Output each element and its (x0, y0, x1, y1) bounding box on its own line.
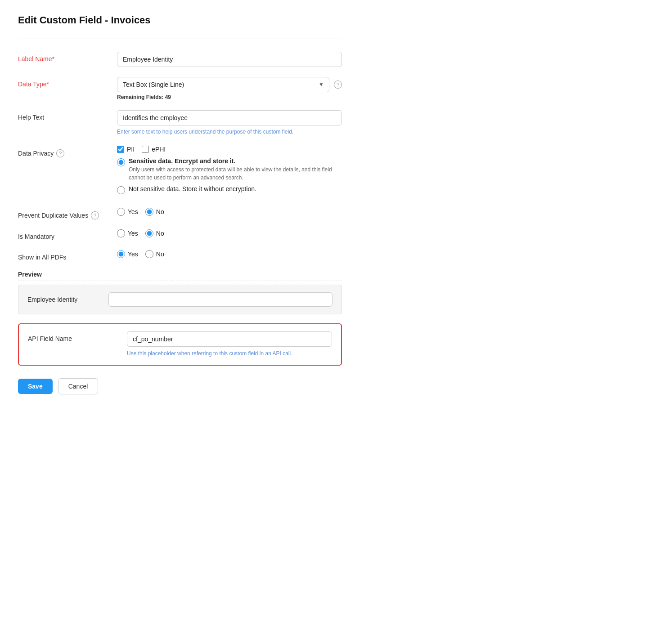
data-privacy-row: Data Privacy ? PII ePHI Sensitive data. … (18, 146, 342, 198)
api-field-row: API Field Name Use this placeholder when… (28, 331, 332, 358)
preview-section: Preview Employee Identity (18, 271, 342, 314)
sensitive-radio-content: Sensitive data. Encrypt and store it. On… (129, 157, 342, 182)
data-type-select-wrapper: Text Box (Single Line) Text Box (Multi L… (117, 77, 342, 92)
pdfs-yes-text: Yes (128, 250, 138, 258)
pii-label: PII (127, 146, 135, 153)
prevent-duplicate-control: Yes No (117, 208, 342, 216)
help-text-input[interactable] (117, 110, 342, 125)
sensitive-radio-option: Sensitive data. Encrypt and store it. On… (117, 157, 342, 182)
ephi-checkbox[interactable] (142, 146, 149, 153)
prevent-duplicate-radios: Yes No (117, 208, 342, 216)
is-mandatory-row: Is Mandatory Yes No (18, 229, 342, 240)
prevent-dup-yes-radio[interactable] (117, 208, 125, 216)
sensitive-radio-label: Sensitive data. Encrypt and store it. (129, 157, 342, 165)
data-privacy-label: Data Privacy ? (18, 146, 117, 157)
show-pdfs-control: Yes No (117, 250, 342, 258)
preview-input[interactable] (108, 292, 332, 307)
pdfs-no-label[interactable]: No (145, 250, 164, 258)
data-type-help-icon[interactable]: ? (334, 80, 342, 89)
api-field-input[interactable] (127, 331, 332, 347)
remaining-fields: Remaining Fields: 49 (117, 94, 342, 100)
api-field-control: Use this placeholder when referring to t… (127, 331, 332, 358)
preview-title: Preview (18, 271, 342, 281)
not-sensitive-radio-label: Not sensitive data. Store it without enc… (129, 185, 256, 192)
preview-field-label: Employee Identity (27, 296, 99, 303)
not-sensitive-radio[interactable] (117, 186, 125, 194)
data-type-control: Text Box (Single Line) Text Box (Multi L… (117, 77, 342, 100)
data-privacy-control: PII ePHI Sensitive data. Encrypt and sto… (117, 146, 342, 198)
sensitive-radio[interactable] (117, 158, 125, 166)
data-privacy-checkboxes: PII ePHI (117, 146, 342, 153)
pdfs-yes-label[interactable]: Yes (117, 250, 138, 258)
label-name-control (117, 52, 342, 67)
pii-checkbox-label[interactable]: PII (117, 146, 135, 153)
prevent-dup-no-label[interactable]: No (145, 208, 164, 216)
mandatory-no-radio[interactable] (145, 229, 153, 237)
pdfs-yes-radio[interactable] (117, 250, 125, 258)
mandatory-yes-radio[interactable] (117, 229, 125, 237)
button-row: Save Cancel (18, 378, 342, 394)
data-type-select[interactable]: Text Box (Single Line) Text Box (Multi L… (117, 77, 329, 92)
show-pdfs-radios: Yes No (117, 250, 342, 258)
prevent-dup-no-text: No (156, 208, 164, 215)
cancel-button[interactable]: Cancel (58, 378, 99, 394)
help-text-row: Help Text Enter some text to help users … (18, 110, 342, 136)
prevent-dup-yes-label[interactable]: Yes (117, 208, 138, 216)
show-pdfs-row: Show in All PDFs Yes No (18, 250, 342, 261)
ephi-label: ePHI (152, 146, 166, 153)
prevent-duplicate-label: Prevent Duplicate Values ? (18, 208, 117, 219)
page-title: Edit Custom Field - Invoices (18, 14, 342, 26)
api-field-hint: Use this placeholder when referring to t… (127, 349, 332, 358)
data-privacy-help-icon[interactable]: ? (56, 149, 64, 157)
help-text-label: Help Text (18, 110, 117, 121)
help-text-hint: Enter some text to help users understand… (117, 128, 342, 136)
is-mandatory-label: Is Mandatory (18, 229, 117, 240)
data-type-label: Data Type* (18, 77, 117, 88)
prevent-duplicate-help-icon[interactable]: ? (91, 211, 99, 219)
api-field-section: API Field Name Use this placeholder when… (18, 323, 342, 366)
mandatory-yes-label[interactable]: Yes (117, 229, 138, 237)
prevent-dup-no-radio[interactable] (145, 208, 153, 216)
label-name-input[interactable] (117, 52, 342, 67)
mandatory-no-text: No (156, 230, 164, 237)
is-mandatory-radios: Yes No (117, 229, 342, 237)
api-field-label: API Field Name (28, 331, 127, 342)
label-name-row: Label Name* (18, 52, 342, 67)
ephi-checkbox-label[interactable]: ePHI (142, 146, 166, 153)
pii-checkbox[interactable] (117, 146, 124, 153)
preview-box: Employee Identity (18, 285, 342, 314)
not-sensitive-radio-option: Not sensitive data. Store it without enc… (117, 185, 342, 194)
label-name-label: Label Name* (18, 52, 117, 63)
is-mandatory-control: Yes No (117, 229, 342, 237)
help-text-control: Enter some text to help users understand… (117, 110, 342, 136)
sensitive-radio-desc: Only users with access to protected data… (129, 165, 342, 182)
mandatory-yes-text: Yes (128, 230, 138, 237)
prevent-dup-yes-text: Yes (128, 208, 138, 215)
data-type-select-container: Text Box (Single Line) Text Box (Multi L… (117, 77, 329, 92)
pdfs-no-radio[interactable] (145, 250, 153, 258)
save-button[interactable]: Save (18, 379, 53, 394)
prevent-duplicate-row: Prevent Duplicate Values ? Yes No (18, 208, 342, 219)
mandatory-no-label[interactable]: No (145, 229, 164, 237)
show-pdfs-label: Show in All PDFs (18, 250, 117, 261)
data-type-row: Data Type* Text Box (Single Line) Text B… (18, 77, 342, 100)
pdfs-no-text: No (156, 250, 164, 258)
